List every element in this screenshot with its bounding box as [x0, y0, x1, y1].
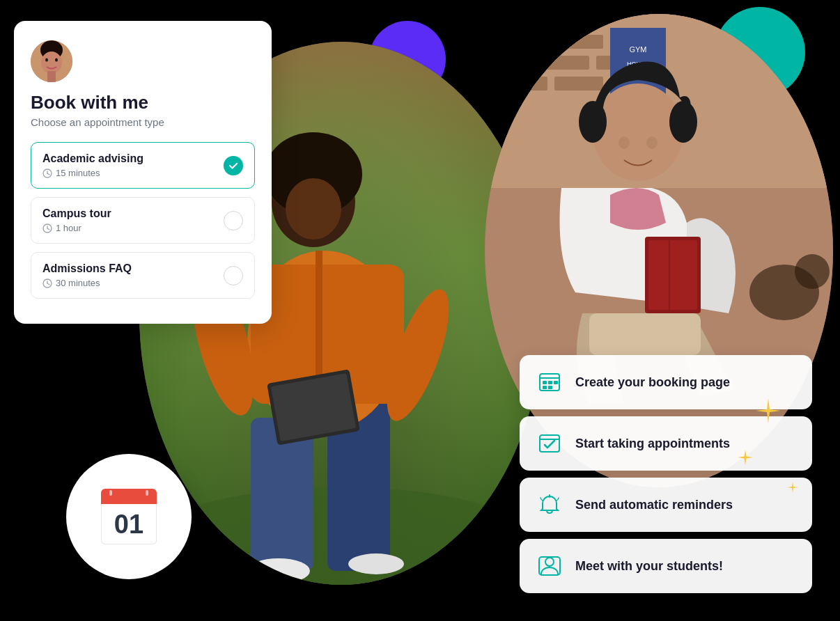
svg-point-37: [795, 254, 830, 289]
clock-icon-1: [42, 223, 52, 233]
appointment-name-0: Academic advising: [42, 152, 143, 165]
reminders-icon: [535, 490, 564, 519]
booking-card-subtitle: Choose an appointment type: [31, 116, 255, 128]
feature-card-reminders: Send automatic reminders: [520, 478, 812, 532]
feature-text-students: Meet with your students!: [575, 559, 723, 574]
feature-text-reminders: Send automatic reminders: [575, 498, 733, 512]
appointment-duration-2: 30 minutes: [42, 278, 132, 288]
svg-point-13: [247, 558, 310, 583]
svg-point-10: [286, 178, 341, 239]
radio-circle-2: [224, 266, 243, 285]
svg-rect-58: [543, 386, 547, 389]
appointment-duration-0: 15 minutes: [42, 168, 143, 178]
booking-card: Book with me Choose an appointment type …: [14, 21, 272, 324]
svg-text:GYM: GYM: [629, 45, 646, 54]
appointment-item-2[interactable]: Admissions FAQ 30 minutes: [31, 252, 255, 299]
svg-rect-59: [548, 386, 552, 389]
svg-point-31: [646, 136, 658, 149]
svg-rect-43: [47, 71, 56, 82]
calendar-header: [101, 489, 157, 504]
svg-rect-23: [554, 77, 603, 91]
feature-cards-container: Create your booking page Start taking ap…: [520, 355, 812, 593]
appointments-icon: [535, 429, 564, 458]
appointment-duration-1: 1 hour: [42, 223, 111, 233]
feature-text-booking: Create your booking page: [575, 375, 730, 390]
sparkle-large: [756, 398, 781, 426]
svg-line-52: [47, 283, 49, 285]
booking-card-title: Book with me: [31, 92, 255, 113]
svg-rect-60: [540, 435, 559, 452]
svg-point-28: [579, 101, 607, 143]
feature-text-appointments: Start taking appointments: [575, 437, 730, 451]
clock-icon-0: [42, 168, 52, 178]
appointment-item-1[interactable]: Campus tour 1 hour: [31, 197, 255, 244]
svg-line-49: [47, 228, 49, 230]
sparkle-tiny: [787, 482, 798, 496]
feature-card-students: Meet with your students!: [520, 539, 812, 593]
svg-point-30: [619, 136, 630, 149]
svg-point-40: [41, 52, 62, 74]
clock-icon-2: [42, 278, 52, 288]
avatar: [31, 40, 72, 82]
calendar-date: 01: [114, 511, 143, 537]
calendar-icon: 01: [101, 489, 157, 544]
svg-rect-18: [547, 35, 603, 49]
svg-rect-35: [589, 313, 701, 355]
svg-point-41: [45, 58, 48, 62]
booking-page-icon: [535, 368, 564, 397]
appointment-name-2: Admissions FAQ: [42, 262, 132, 275]
svg-point-29: [669, 101, 697, 143]
calendar-body: 01: [101, 504, 157, 544]
svg-rect-55: [543, 381, 547, 384]
svg-point-42: [55, 58, 58, 62]
appointment-name-1: Campus tour: [42, 207, 111, 220]
appointment-item-0[interactable]: Academic advising 15 minutes: [31, 142, 255, 189]
svg-point-63: [545, 558, 554, 566]
sparkle-small: [738, 450, 753, 468]
radio-circle-1: [224, 211, 243, 230]
svg-rect-33: [648, 240, 697, 310]
svg-point-14: [348, 553, 404, 574]
students-icon: [535, 551, 564, 581]
calendar-circle: 01: [66, 454, 192, 579]
svg-point-27: [593, 84, 683, 181]
svg-rect-57: [554, 381, 558, 384]
check-circle-0: [224, 156, 243, 175]
svg-rect-56: [548, 381, 552, 384]
svg-line-46: [47, 173, 49, 175]
